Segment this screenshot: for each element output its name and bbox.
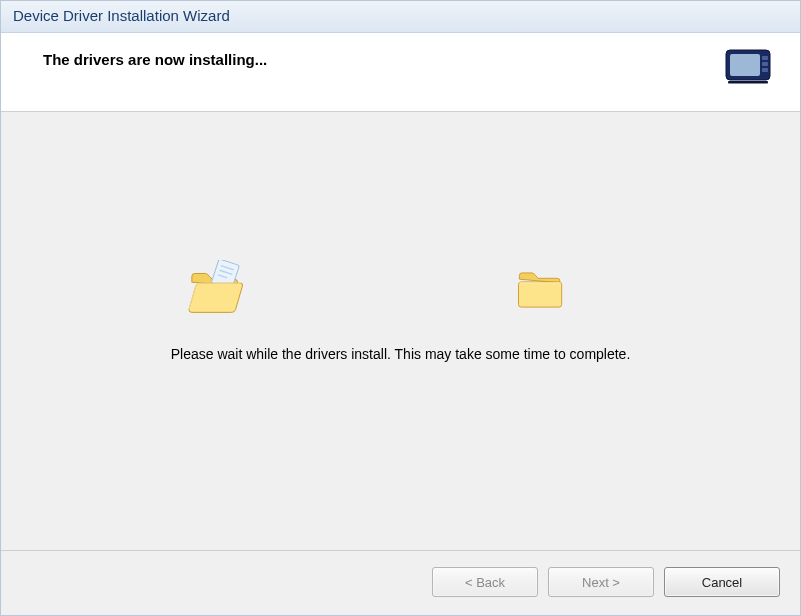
svg-rect-5	[728, 81, 768, 84]
wizard-footer: < Back Next > Cancel	[1, 550, 800, 615]
wizard-header: The drivers are now installing...	[1, 33, 800, 112]
next-button: Next >	[548, 567, 654, 597]
svg-rect-1	[730, 54, 760, 76]
wizard-window: Device Driver Installation Wizard The dr…	[0, 0, 801, 616]
svg-rect-4	[762, 68, 768, 72]
cancel-button[interactable]: Cancel	[664, 567, 780, 597]
window-title: Device Driver Installation Wizard	[13, 7, 230, 24]
svg-rect-3	[762, 62, 768, 66]
device-icon	[724, 47, 776, 85]
titlebar: Device Driver Installation Wizard	[1, 1, 800, 33]
wait-message: Please wait while the drivers install. T…	[171, 346, 631, 362]
back-button: < Back	[432, 567, 538, 597]
svg-rect-2	[762, 56, 768, 60]
closed-folder-icon	[506, 260, 576, 320]
open-folder-with-file-icon	[186, 260, 256, 320]
wizard-heading: The drivers are now installing...	[43, 51, 267, 68]
progress-illustration	[0, 260, 780, 320]
wizard-content: Please wait while the drivers install. T…	[1, 112, 800, 550]
